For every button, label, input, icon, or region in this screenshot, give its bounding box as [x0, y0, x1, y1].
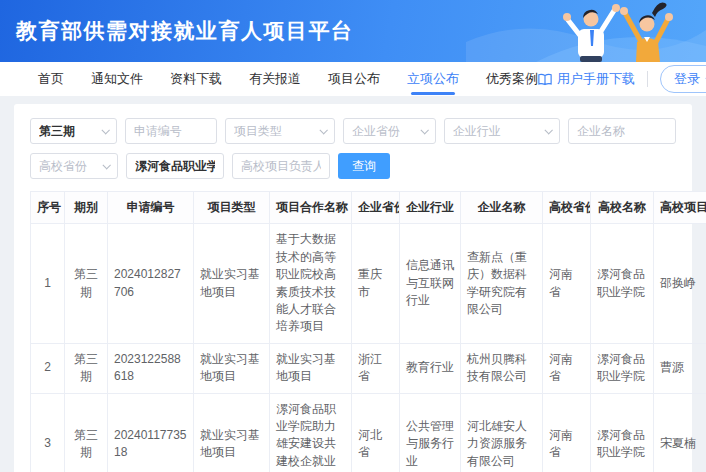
user-manual-download-label: 用户手册下载 — [557, 70, 635, 88]
results-table-wrap: 序号 期别 申请编号 项目类型 项目合作名称 企业省份 企业行业 企业名称 高校… — [30, 191, 676, 472]
cell-company-name: 杭州贝腾科技有限公司 — [461, 343, 543, 393]
tab-project-announcement[interactable]: 项目公布 — [328, 62, 380, 96]
cell-project-name: 漯河食品职业学院助力雄安建设共建校企就业实习基地 — [270, 393, 352, 472]
tab-home[interactable]: 首页 — [38, 62, 64, 96]
col-header-project-type: 项目类型 — [194, 192, 270, 224]
company-province-select[interactable]: 企业省份 — [343, 118, 436, 144]
tab-excellent-cases[interactable]: 优秀案例 — [486, 62, 538, 96]
tab-reports[interactable]: 有关报道 — [249, 62, 301, 96]
col-header-project-name: 项目合作名称 — [270, 192, 352, 224]
col-header-company-industry: 企业行业 — [400, 192, 461, 224]
cell-project-name: 基于大数据技术的高等职业院校高素质技术技能人才联合培养项目 — [270, 224, 352, 343]
cell-project-type: 就业实习基地项目 — [194, 393, 270, 472]
cell-company-name: 查新点（重庆）数据科学研究院有限公司 — [461, 224, 543, 343]
table-row: 1 第三期 2024012827706 就业实习基地项目 基于大数据技术的高等职… — [31, 224, 706, 343]
period-select[interactable]: 第三期 — [30, 118, 117, 144]
table-row: 3 第三期 2024011773518 就业实习基地项目 漯河食品职业学院助力雄… — [31, 393, 706, 472]
tab-notices[interactable]: 通知文件 — [91, 62, 143, 96]
cell-project-type: 就业实习基地项目 — [194, 224, 270, 343]
college-province-placeholder: 高校省份 — [39, 158, 87, 175]
cell-index: 3 — [31, 393, 65, 472]
cell-college-leader: 曹源 — [654, 343, 706, 393]
cell-period: 第三期 — [65, 224, 108, 343]
filter-row-1: 第三期 项目类型 企业省份 企业行业 — [30, 118, 676, 144]
cell-period: 第三期 — [65, 393, 108, 472]
cell-index: 1 — [31, 224, 65, 343]
search-button[interactable]: 查询 — [338, 153, 390, 179]
college-province-select[interactable]: 高校省份 — [30, 153, 118, 179]
table-row: 2 第三期 2023122588618 就业实习基地项目 就业实习基地项目 浙江… — [31, 343, 706, 393]
college-name-input[interactable] — [126, 153, 224, 179]
company-province-placeholder: 企业省份 — [352, 123, 400, 140]
period-select-value: 第三期 — [39, 123, 75, 140]
filter-row-2: 高校省份 查询 — [30, 153, 676, 179]
cell-college-leader: 宋夏楠 — [654, 393, 706, 472]
col-header-college-province: 高校省份 — [543, 192, 591, 224]
banner: 教育部供需对接就业育人项目平台 — [0, 0, 706, 62]
chevron-down-icon — [101, 126, 109, 134]
cell-period: 第三期 — [65, 343, 108, 393]
nav-right: 用户手册下载 登录 — [538, 65, 706, 93]
cell-college-province: 河南省 — [543, 343, 591, 393]
cell-project-name: 就业实习基地项目 — [270, 343, 352, 393]
chevron-down-icon — [102, 161, 110, 169]
user-manual-download-link[interactable]: 用户手册下载 — [538, 70, 635, 88]
college-leader-input[interactable] — [232, 153, 330, 179]
divider — [647, 71, 648, 87]
chevron-down-icon — [544, 126, 552, 134]
cell-application-number: 2024011773518 — [108, 393, 194, 472]
col-header-index: 序号 — [31, 192, 65, 224]
chevron-down-icon — [320, 126, 328, 134]
content-card: 第三期 项目类型 企业省份 企业行业 高校省份 查询 — [14, 104, 692, 472]
col-header-company-name: 企业名称 — [461, 192, 543, 224]
cell-application-number: 2024012827706 — [108, 224, 194, 343]
col-header-period: 期别 — [65, 192, 108, 224]
company-name-input[interactable] — [568, 118, 676, 144]
col-header-college-name: 高校名称 — [591, 192, 654, 224]
cell-company-industry: 公共管理与服务行业 — [400, 393, 461, 472]
cell-college-name: 漯河食品职业学院 — [591, 224, 654, 343]
cell-company-province: 浙江省 — [352, 343, 400, 393]
cell-company-industry: 信息通讯与互联网行业 — [400, 224, 461, 343]
cell-application-number: 2023122588618 — [108, 343, 194, 393]
main-nav: 首页 通知文件 资料下载 有关报道 项目公布 立项公布 优秀案例 用户手册下载 … — [0, 62, 706, 96]
project-type-select[interactable]: 项目类型 — [225, 118, 335, 144]
tab-downloads[interactable]: 资料下载 — [170, 62, 222, 96]
cell-college-leader: 邵换峥 — [654, 224, 706, 343]
cell-company-name: 河北雄安人力资源服务有限公司 — [461, 393, 543, 472]
company-industry-placeholder: 企业行业 — [453, 123, 501, 140]
results-table: 序号 期别 申请编号 项目类型 项目合作名称 企业省份 企业行业 企业名称 高校… — [30, 191, 706, 472]
chevron-down-icon — [420, 126, 428, 134]
login-label: 登录 — [674, 70, 700, 88]
cell-college-name: 漯河食品职业学院 — [591, 393, 654, 472]
cell-college-province: 河南省 — [543, 224, 591, 343]
cell-company-province: 重庆市 — [352, 224, 400, 343]
book-icon — [538, 73, 552, 86]
page-title: 教育部供需对接就业育人项目平台 — [16, 17, 354, 45]
application-number-input[interactable] — [125, 118, 217, 144]
cell-company-province: 河北省 — [352, 393, 400, 472]
login-button[interactable]: 登录 — [660, 65, 706, 93]
nav-tabs: 首页 通知文件 资料下载 有关报道 项目公布 立项公布 优秀案例 — [38, 62, 538, 96]
cell-company-industry: 教育行业 — [400, 343, 461, 393]
company-industry-select[interactable]: 企业行业 — [444, 118, 560, 144]
col-header-application-number: 申请编号 — [108, 192, 194, 224]
people-highfive-illustration — [466, 0, 706, 62]
cell-college-province: 河南省 — [543, 393, 591, 472]
project-type-placeholder: 项目类型 — [234, 123, 282, 140]
col-header-college-leader: 高校项目负责人 — [654, 192, 706, 224]
cell-index: 2 — [31, 343, 65, 393]
table-header-row: 序号 期别 申请编号 项目类型 项目合作名称 企业省份 企业行业 企业名称 高校… — [31, 192, 706, 224]
tab-approval-announcement[interactable]: 立项公布 — [407, 62, 459, 96]
col-header-company-province: 企业省份 — [352, 192, 400, 224]
cell-college-name: 漯河食品职业学院 — [591, 343, 654, 393]
cell-project-type: 就业实习基地项目 — [194, 343, 270, 393]
